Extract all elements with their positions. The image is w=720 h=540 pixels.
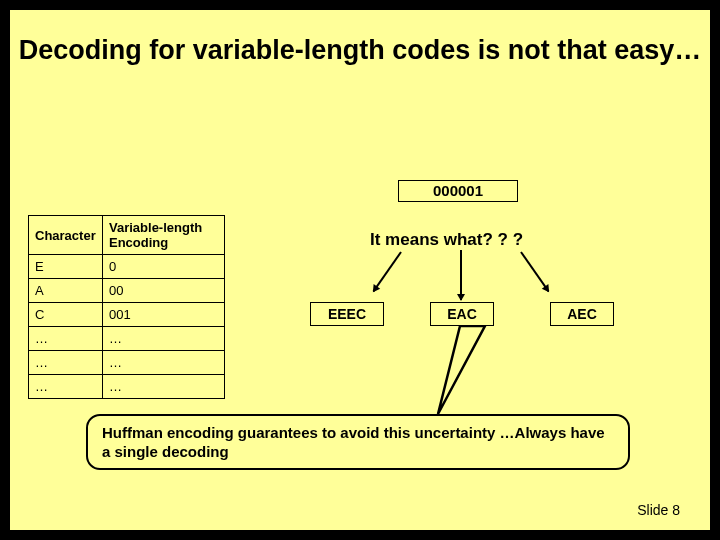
svg-marker-0 [438,326,485,414]
interpretation-box: EAC [430,302,494,326]
cell-char: A [29,279,103,303]
cell-code: 0 [103,255,225,279]
arrow-icon [520,251,549,291]
encoded-string: 000001 [398,180,518,202]
encoding-table: Character Variable-length Encoding E 0 A… [28,215,225,399]
table-row: … … [29,351,225,375]
table-row: … … [29,375,225,399]
cell-char: … [29,351,103,375]
interpretation-box: EEEC [310,302,384,326]
interpretation-box: AEC [550,302,614,326]
table-row: A 00 [29,279,225,303]
slide-title: Decoding for variable-length codes is no… [10,34,710,66]
table-header-row: Character Variable-length Encoding [29,216,225,255]
table-row: E 0 [29,255,225,279]
table-row: … … [29,327,225,351]
cell-char: E [29,255,103,279]
question-label: It means what? ? ? [370,230,630,250]
cell-code: 00 [103,279,225,303]
table-row: C 001 [29,303,225,327]
col-encoding-header: Variable-length Encoding [103,216,225,255]
arrow-icon [460,250,462,300]
slide-number: Slide 8 [637,502,680,518]
cell-char: … [29,327,103,351]
cell-code: 001 [103,303,225,327]
cell-code: … [103,351,225,375]
cell-code: … [103,375,225,399]
slide-canvas: Decoding for variable-length codes is no… [10,10,710,530]
cell-char: … [29,375,103,399]
callout-box: Huffman encoding guarantees to avoid thi… [86,414,630,470]
arrow-icon [373,251,402,291]
col-character-header: Character [29,216,103,255]
cell-char: C [29,303,103,327]
cell-code: … [103,327,225,351]
